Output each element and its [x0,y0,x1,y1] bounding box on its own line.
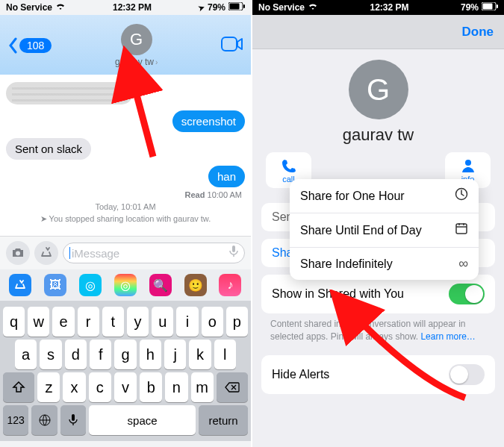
contact-header[interactable]: G gaurav tw › [115,24,158,67]
svg-point-4 [16,251,20,256]
key-e[interactable]: e [52,307,74,337]
shared-with-you-row[interactable]: Show in Shared with You [272,275,485,313]
key-numbers[interactable]: 123 [3,405,28,435]
key-v[interactable]: v [114,372,137,402]
text-caret [69,247,70,259]
contact-details-sheet: No Service 12:32 PM 79% Done G gaurav tw… [252,0,504,447]
status-bar: No Service 12:32 PM ➤ 79% [0,0,251,15]
message-input[interactable]: iMessage [63,243,245,263]
key-g[interactable]: g [114,340,136,369]
backspace-icon [225,382,240,393]
share-one-hour-option[interactable]: Share for One Hour [290,179,479,213]
key-w[interactable]: w [28,307,49,337]
key-o[interactable]: o [202,307,223,337]
key-p[interactable]: p [226,307,248,337]
shared-with-you-toggle[interactable] [449,284,485,304]
hide-alerts-row[interactable]: Hide Alerts [272,355,485,394]
key-x[interactable]: x [63,372,85,402]
key-b[interactable]: b [140,372,162,402]
imessage-apps-strip: 🖼 ◎ ◎ 🔍 🙂 ♪ [0,269,251,301]
shazam-app-icon[interactable]: ◎ [79,274,102,296]
battery-percent: 79% [208,2,225,13]
learn-more-link[interactable]: Learn more… [420,331,475,342]
svg-rect-10 [497,4,498,8]
key-y[interactable]: y [127,307,149,337]
received-message[interactable]: Sent on slack [6,138,91,160]
phone-icon [281,158,296,173]
svg-rect-2 [243,4,245,8]
key-m[interactable]: m [191,372,214,402]
key-globe[interactable] [31,405,57,435]
key-backspace[interactable] [217,372,248,402]
memoji-app-icon[interactable]: 🙂 [184,274,207,296]
key-space[interactable]: space [89,405,196,435]
mic-icon [69,413,78,427]
hide-alerts-section: Hide Alerts [261,355,495,394]
photos-app-icon[interactable]: 🖼 [44,274,66,296]
sent-message[interactable]: screenshot [172,110,245,132]
done-button[interactable]: Done [462,25,494,40]
key-a[interactable]: a [15,340,37,369]
app-store-app-icon[interactable] [9,274,31,296]
key-j[interactable]: j [164,340,186,369]
message-thread[interactable]: screenshot Sent on slack han Read Read 1… [0,75,251,236]
infinity-icon: ∞ [458,256,468,272]
hide-alerts-toggle[interactable] [449,364,485,385]
appstore-icon [40,246,53,260]
message-input-bar: iMessage [0,236,251,269]
key-c[interactable]: c [89,372,111,402]
key-q[interactable]: q [3,307,25,337]
shift-icon [12,381,25,393]
key-u[interactable]: u [152,307,173,337]
share-indefinitely-option[interactable]: Share Indefinitely ∞ [290,247,479,280]
key-z[interactable]: z [37,372,60,402]
battery-icon [482,2,498,13]
globe-icon [38,413,52,427]
key-i[interactable]: i [176,307,198,337]
facetime-button[interactable] [221,37,243,54]
chevron-right-icon: › [155,58,158,66]
svg-point-11 [465,160,471,166]
wifi-icon [55,2,66,13]
sheet-header: Done [252,15,504,49]
music-search-app-icon[interactable]: 🔍 [149,274,172,296]
wifi-icon [308,2,318,13]
key-r[interactable]: r [78,307,99,337]
messages-chat-screen: No Service 12:32 PM ➤ 79% 108 G gaurav t… [0,0,252,447]
key-s[interactable]: s [40,340,61,369]
key-k[interactable]: k [189,340,211,369]
key-d[interactable]: d [65,340,87,369]
camera-button[interactable] [6,241,30,265]
keyboard: q w e r t y u i o p a s d f g h j k l z … [0,301,251,441]
back-button[interactable]: 108 [7,37,52,54]
apple-music-app-icon[interactable]: ♪ [219,274,241,296]
share-end-of-day-option[interactable]: Share Until End of Day [290,213,479,247]
fitness-app-icon[interactable]: ◎ [114,274,137,296]
contact-avatar: G [121,24,152,55]
key-n[interactable]: n [165,372,187,402]
svg-rect-13 [456,224,467,234]
battery-percent: 79% [461,2,479,13]
key-shift[interactable] [3,372,34,402]
status-bar: No Service 12:32 PM 79% [252,0,504,15]
status-time: 12:32 PM [113,2,152,13]
sent-message[interactable]: han [208,166,245,187]
contact-avatar[interactable]: G [349,60,408,119]
dictation-button[interactable] [229,246,238,260]
person-icon [461,158,476,173]
key-h[interactable]: h [140,340,161,369]
key-dictation[interactable] [60,405,86,435]
key-l[interactable]: l [214,340,236,369]
app-drawer-button[interactable] [34,241,58,265]
read-receipt: Read Read 10:00 AM10:00 AM [6,190,245,199]
key-f[interactable]: f [90,340,111,369]
svg-rect-1 [229,4,239,10]
chat-nav-bar: 108 G gaurav tw › [0,15,251,75]
carrier-text: No Service [6,2,52,13]
shared-with-you-note: Content shared in this conversation will… [252,313,504,343]
key-t[interactable]: t [102,307,124,337]
battery-icon [228,2,245,13]
shared-with-you-section: Show in Shared with You [261,275,495,313]
key-return[interactable]: return [199,405,248,435]
calendar-icon [455,222,468,239]
